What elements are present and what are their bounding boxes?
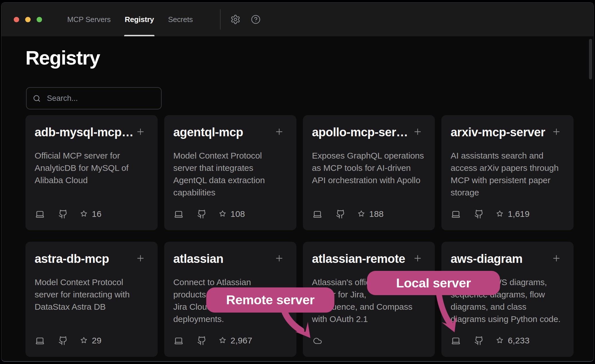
plus-icon [552, 253, 561, 263]
zoom-window-button[interactable] [37, 17, 42, 22]
callout-local-server: Local server [367, 271, 500, 295]
plus-icon [413, 253, 423, 263]
description-line: AgentQL data extraction [173, 174, 265, 186]
plus-icon [136, 127, 145, 137]
plus-icon [552, 127, 561, 137]
laptop-icon [451, 336, 461, 345]
add-server-button[interactable] [412, 126, 423, 137]
star-icon [219, 210, 227, 218]
description-line: capabilities [173, 186, 265, 199]
laptop-icon [173, 209, 184, 219]
star-count: 2,967 [231, 336, 252, 345]
description-line: diagrams using Python code. [451, 313, 560, 325]
add-server-button[interactable] [412, 253, 423, 264]
help-icon [251, 15, 261, 24]
minimize-window-button[interactable] [25, 17, 31, 22]
laptop-icon [35, 336, 45, 345]
description-line: Model Context Protocol [173, 149, 265, 162]
star-count-group: 16 [80, 209, 102, 219]
plus-icon [274, 253, 284, 263]
titlebar-tools [220, 3, 261, 36]
plus-icon [274, 127, 284, 137]
card-footer: 6,233 [451, 336, 529, 345]
server-name: atlassian-remote [312, 252, 405, 266]
traffic-lights [14, 3, 42, 36]
server-description: Model Context Protocolserver for interac… [35, 276, 130, 313]
description-line: with OAuth 2.1 [312, 313, 412, 325]
card-footer: 188 [312, 209, 384, 219]
card-footer: 16 [35, 209, 102, 219]
callout-local-label: Local server [396, 276, 471, 291]
server-card-arxiv-mcp-server: arxiv-mcp-serverAI assistants search and… [441, 115, 574, 230]
server-card-astra-db-mcp: astra-db-mcpModel Context Protocolserver… [25, 242, 158, 357]
star-count: 16 [92, 209, 102, 219]
description-line: deployments. [173, 313, 256, 325]
server-card-agentql-mcp: agentql-mcpModel Context Protocolserver … [164, 115, 296, 230]
add-server-button[interactable] [135, 126, 146, 137]
server-description: Official MCP server forAnalyticDB for My… [35, 149, 128, 186]
star-icon [80, 337, 88, 345]
plus-icon [413, 127, 423, 137]
nav-divider [220, 9, 221, 30]
add-server-button[interactable] [551, 126, 562, 137]
star-count-group: 188 [357, 209, 384, 219]
cloud-icon [312, 336, 323, 345]
star-icon [80, 210, 88, 218]
tab-secrets[interactable]: Secrets [168, 3, 193, 36]
title-bar: MCP ServersRegistrySecrets [1, 3, 594, 36]
star-count-group: 2,967 [219, 336, 252, 345]
close-window-button[interactable] [14, 17, 19, 22]
search-input[interactable] [46, 94, 155, 103]
search-box[interactable] [26, 87, 162, 109]
server-name: arxiv-mcp-server [451, 125, 545, 139]
callout-remote-server: Remote server [206, 287, 334, 313]
description-line: as MCP tools for AI-driven [312, 162, 424, 174]
star-count: 108 [231, 209, 245, 219]
main-nav: MCP ServersRegistrySecrets [67, 3, 193, 36]
server-name: atlassian [173, 252, 223, 266]
description-line: Model Context Protocol [35, 276, 130, 288]
description-line: Alibaba Cloud [35, 174, 128, 186]
search-icon [33, 95, 41, 102]
star-count: 29 [92, 336, 102, 345]
tab-registry[interactable]: Registry [125, 3, 154, 36]
tab-mcp-servers[interactable]: MCP Servers [67, 3, 111, 36]
card-footer: 29 [35, 336, 102, 345]
server-description: Exposes GraphQL operationsas MCP tools f… [312, 149, 424, 186]
server-description: AI assistants search andaccess arXiv pap… [451, 149, 559, 199]
add-server-button[interactable] [273, 126, 285, 137]
gear-icon [230, 14, 241, 25]
star-count-group: 108 [219, 209, 245, 219]
server-name: aws-diagram [451, 252, 522, 266]
main-content: Registry adb-mysql-mcp…Official MCP serv… [1, 36, 594, 361]
vertical-scrollbar-thumb[interactable] [589, 39, 592, 79]
server-description: Model Context Protocolserver that integr… [173, 149, 265, 199]
card-footer: 1,619 [451, 209, 529, 219]
add-server-button[interactable] [273, 253, 285, 264]
github-icon [58, 336, 68, 345]
server-grid: adb-mysql-mcp…Official MCP server forAna… [25, 115, 574, 357]
add-server-button[interactable] [135, 253, 146, 264]
add-server-button[interactable] [551, 253, 562, 264]
page-title: Registry [25, 47, 100, 69]
github-icon [474, 209, 484, 219]
settings-button[interactable] [230, 14, 241, 25]
star-icon [496, 337, 504, 345]
description-line: Official MCP server for [35, 149, 128, 162]
star-count: 1,619 [508, 209, 529, 219]
card-footer: 2,967 [173, 336, 252, 345]
star-icon [357, 210, 365, 218]
description-line: access arXiv papers through [451, 162, 559, 174]
star-count: 6,233 [508, 336, 529, 345]
help-button[interactable] [250, 14, 261, 25]
server-name: apollo-mcp-ser… [312, 125, 406, 139]
laptop-icon [451, 209, 461, 219]
description-line: server that integrates [173, 162, 265, 174]
star-count-group: 29 [80, 336, 102, 345]
app-window: MCP ServersRegistrySecrets Registry [1, 2, 594, 362]
github-icon [197, 336, 207, 345]
description-line: AnalyticDB for MySQL of [35, 162, 128, 174]
description-line: storage [451, 186, 559, 199]
description-line: MCP with persistent paper [451, 174, 559, 186]
description-line: server for interacting with [35, 288, 130, 301]
